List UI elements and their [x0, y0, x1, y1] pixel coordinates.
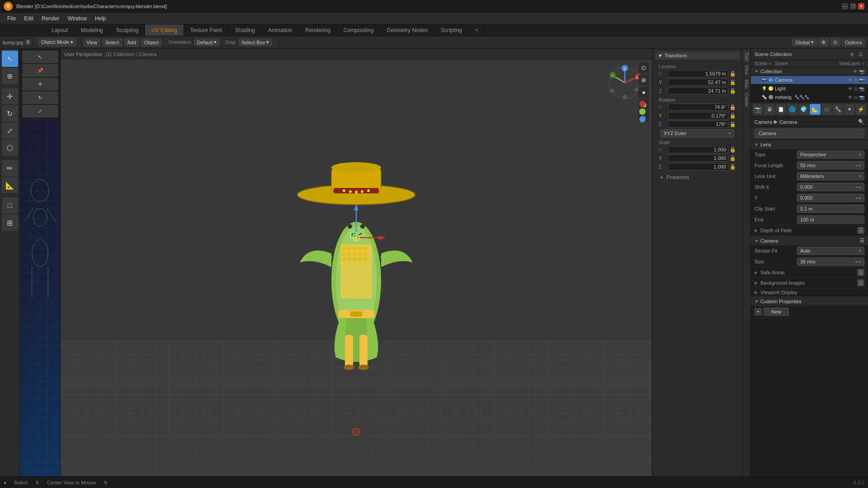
tab-uv-editing[interactable]: UV Editing	[145, 24, 184, 36]
tool-panel-toggle[interactable]: Tool	[743, 51, 750, 62]
sensor-fit-dropdown[interactable]: Auto ▾	[797, 247, 864, 255]
drag-mode-dropdown[interactable]: Select Box ▾	[238, 38, 273, 46]
uv-rotate-tool[interactable]: ↻	[22, 91, 58, 104]
transform-header[interactable]: ▼ Transform	[655, 52, 740, 60]
tab-animation[interactable]: Animation	[262, 24, 299, 36]
measure-tool[interactable]: 📐	[2, 177, 18, 193]
create-panel-toggle[interactable]: Create	[743, 91, 750, 108]
light-visible-icon[interactable]: 👁	[848, 86, 853, 91]
select-menu[interactable]: Select	[102, 38, 123, 47]
view-menu[interactable]: View	[83, 38, 100, 47]
menu-edit[interactable]: Edit	[20, 14, 37, 23]
metarig-visible-icon[interactable]: 👁	[848, 95, 853, 100]
rot-x-value[interactable]: 74.6°	[668, 103, 728, 111]
view-layer-props-icon[interactable]: 📋	[776, 104, 786, 115]
object-data-props-icon[interactable]: 📐	[810, 104, 820, 115]
physics-props-icon[interactable]: ⚡	[856, 104, 866, 115]
loc-z-value[interactable]: 24.71 m	[668, 87, 728, 94]
mode-dropdown[interactable]: Object Mode ▾	[38, 38, 76, 47]
world-props-icon[interactable]: 🌍	[798, 104, 809, 115]
dof-options-btn[interactable]: ☰	[857, 227, 864, 234]
scale-x-lock[interactable]: 🔓	[730, 147, 736, 153]
camera-item[interactable]: 📷 Camera 👁 ⊙ 📷	[751, 76, 868, 84]
particle-props-icon[interactable]: ✦	[844, 104, 854, 115]
menu-help[interactable]: Help	[91, 14, 110, 23]
rot-z-lock[interactable]: 🔓	[730, 122, 736, 127]
lens-section-header[interactable]: ▼ Lens	[751, 140, 868, 149]
collection-visible-icon[interactable]: 👁	[853, 69, 858, 74]
options-btn[interactable]: Options	[842, 38, 865, 47]
dof-section[interactable]: ▶ Depth of Field ☰	[751, 225, 868, 236]
metarig-item[interactable]: 🦴 metarig 🔧🔧🔧 👁 ⊙ 📷	[751, 93, 868, 102]
background-images-section[interactable]: ▶ Background Images ☰	[751, 278, 868, 288]
metarig-select-icon[interactable]: ⊙	[854, 95, 858, 100]
rotate-tool[interactable]: ↻	[2, 105, 18, 122]
safe-areas-section[interactable]: ▶ Safe Areas ☰	[751, 267, 868, 278]
blender-logo-status[interactable]: ●	[4, 480, 7, 485]
shift-y-field[interactable]: 0.000 ⟷	[797, 194, 864, 202]
viewport-shading-solid[interactable]: ●	[638, 87, 649, 98]
loc-y-value[interactable]: 52.47 m	[668, 79, 728, 86]
select-tool[interactable]: ↖	[2, 51, 18, 67]
maximize-btn[interactable]: ❐	[850, 3, 856, 9]
clip-start-field[interactable]: 0.1 m	[797, 205, 864, 213]
search-props-icon[interactable]: 🔍	[858, 119, 864, 125]
breadcrumb-camera1[interactable]: Camera	[755, 119, 772, 125]
snap-btn[interactable]: ⊕	[818, 38, 829, 47]
annotate-tool[interactable]: ✏	[2, 160, 18, 176]
tab-scripting[interactable]: Scripting	[434, 24, 469, 36]
transform-orientation-global[interactable]: Global ▾	[792, 38, 817, 46]
proportional-edit-btn[interactable]: ⊙	[830, 38, 840, 47]
camera-select-icon[interactable]: ⊙	[854, 78, 858, 83]
shift-x-field[interactable]: 0.000 ⟷	[797, 183, 864, 191]
minimize-btn[interactable]: —	[842, 3, 848, 9]
camera-visible-icon[interactable]: 👁	[848, 78, 853, 83]
loc-x-value[interactable]: 1.5679 m	[668, 70, 728, 77]
add-menu[interactable]: Add	[124, 38, 140, 47]
scale-z-lock[interactable]: 🔓	[730, 164, 736, 170]
uv-pin-tool[interactable]: 📌	[22, 64, 58, 77]
rot-x-lock[interactable]: 🔓	[730, 104, 736, 110]
menu-window[interactable]: Window	[64, 14, 90, 23]
add-custom-prop-btn[interactable]: +	[755, 308, 762, 315]
collection-render-icon[interactable]: 📷	[859, 69, 864, 74]
transform-tool[interactable]: ⬡	[2, 140, 18, 156]
uv-grab-tool[interactable]: ✛	[22, 78, 58, 90]
camera-render-icon[interactable]: 📷	[859, 78, 864, 83]
modifier-props-icon[interactable]: 🔧	[833, 104, 843, 115]
rot-y-lock[interactable]: 🔓	[730, 113, 736, 119]
custom-props-header[interactable]: ▼ Custom Properties	[751, 297, 868, 306]
clip-end-field[interactable]: 100 m	[797, 216, 864, 224]
menu-file[interactable]: File	[4, 14, 19, 23]
tab-shading[interactable]: Shading	[229, 24, 262, 36]
safe-areas-options-btn[interactable]: ☰	[857, 269, 864, 276]
tab-modeling[interactable]: Modeling	[75, 24, 110, 36]
camera-sensor-header[interactable]: ▼ Camera ☰	[751, 236, 868, 245]
3d-viewport[interactable]: User Perspective (1) Collection | Camera	[61, 49, 652, 476]
tab-layout[interactable]: Layout	[45, 24, 75, 36]
sensor-size-field[interactable]: 36 mm ⟷	[797, 258, 864, 266]
orientation-dropdown[interactable]: Default ▾	[194, 38, 220, 46]
add-cube-tool[interactable]: □	[2, 197, 18, 214]
camera-name-field[interactable]: Camera	[755, 129, 864, 138]
light-item[interactable]: 💡 Light 👁 ⊙ 📷	[751, 84, 868, 93]
cursor-tool[interactable]: ⊕	[2, 68, 18, 84]
camera-section-options[interactable]: ☰	[860, 238, 864, 244]
euler-mode-dropdown[interactable]: XYZ Euler ▾	[660, 129, 734, 137]
extrude-tool[interactable]: ⊞	[2, 215, 18, 231]
close-btn[interactable]: ✕	[858, 3, 864, 9]
properties-section[interactable]: ▶ Properties	[657, 173, 738, 182]
move-tool[interactable]: ✛	[2, 88, 18, 104]
object-menu[interactable]: Object	[141, 38, 162, 47]
lens-unit-dropdown[interactable]: Millimeters ▾	[797, 172, 864, 180]
scale-tool[interactable]: ⤢	[2, 122, 18, 139]
tab-texture-paint[interactable]: Texture Paint	[184, 24, 229, 36]
breadcrumb-camera2[interactable]: Camera	[779, 119, 797, 125]
rot-z-value[interactable]: 179°	[668, 121, 728, 128]
loc-x-lock[interactable]: 🔓	[730, 71, 736, 77]
tab-geometry-nodes[interactable]: Geometry Nodes	[380, 24, 434, 36]
focal-length-field[interactable]: 50 mm ⟷	[797, 161, 864, 169]
tab-rendering[interactable]: Rendering	[299, 24, 337, 36]
uv-select-mode[interactable]: ↖	[22, 51, 58, 63]
gizmo-icon[interactable]: ⊕	[638, 75, 649, 85]
